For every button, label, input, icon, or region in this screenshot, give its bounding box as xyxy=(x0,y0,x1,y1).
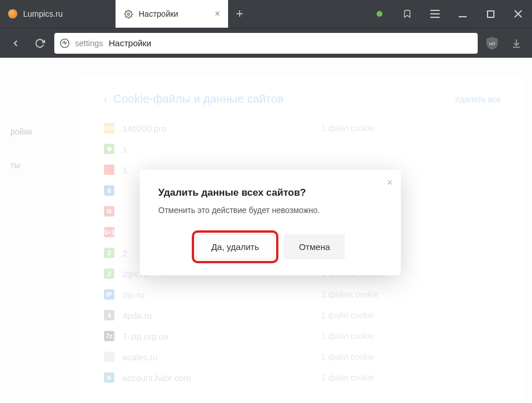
dialog-text: Отменить это действие будет невозможно. xyxy=(158,206,382,215)
window-controls xyxy=(366,0,532,28)
button-label: Да, удалить xyxy=(211,242,259,252)
site-row[interactable]: 44pda.ru1 файл cookie xyxy=(104,310,501,320)
site-cookie-count: 1 файл cookie xyxy=(321,373,374,382)
page-title: Cookie-файлы и данные сайтов xyxy=(113,92,284,106)
extension-indicator[interactable] xyxy=(366,0,393,28)
confirm-delete-button[interactable]: Да, удалить xyxy=(196,234,275,259)
site-favicon-icon xyxy=(104,352,114,362)
site-favicon-icon: 4 xyxy=(104,310,114,320)
gear-icon xyxy=(124,9,133,18)
site-cookie-count: 1 файл cookie xyxy=(321,311,374,320)
title-bar: Lumpics.ru Настройки × + xyxy=(0,0,532,28)
site-favicon-icon: AD xyxy=(104,123,114,133)
back-button[interactable] xyxy=(6,33,25,53)
address-path: Настройки xyxy=(109,38,151,48)
svg-rect-2 xyxy=(430,13,440,14)
site-favicon-icon: 1+1 xyxy=(104,227,114,237)
cancel-button[interactable]: Отмена xyxy=(284,234,345,259)
site-favicon-icon: 0 xyxy=(104,185,114,196)
site-name: 2ip.ru xyxy=(122,290,313,300)
site-name: 7-zip.org.ua xyxy=(122,331,313,341)
bookmark-icon[interactable] xyxy=(393,0,421,28)
minimize-button[interactable] xyxy=(449,0,477,28)
site-favicon-icon: IP xyxy=(104,289,114,300)
site-cookie-count: 1 файл cookie xyxy=(321,124,374,133)
site-favicon-icon: ✱ xyxy=(104,144,114,154)
confirm-delete-dialog: × Удалить данные всех сайтов? Отменить э… xyxy=(140,170,401,275)
tab-label: Настройки xyxy=(139,9,178,18)
menu-icon[interactable] xyxy=(421,0,449,28)
svg-rect-3 xyxy=(430,17,440,18)
reload-button[interactable] xyxy=(30,33,50,53)
address-bar[interactable]: settings Настройки xyxy=(54,33,478,54)
button-label: Отмена xyxy=(299,242,330,252)
close-tab-icon[interactable]: × xyxy=(215,9,220,18)
back-chevron-icon[interactable]: ‹ xyxy=(104,93,107,105)
svg-point-0 xyxy=(127,13,129,15)
site-row[interactable]: IP2ip.ru2 файла cookie xyxy=(104,289,501,300)
sidebar-item[interactable]: ройки xyxy=(0,122,75,141)
settings-sidebar: ройки ты xyxy=(0,76,75,403)
site-cookie-count: 2 файла cookie xyxy=(321,290,378,299)
site-row[interactable]: AD140200.pro1 файл cookie xyxy=(104,123,501,133)
adblock-icon[interactable]: uO xyxy=(482,33,502,53)
svg-rect-1 xyxy=(430,10,440,11)
downloads-icon[interactable] xyxy=(507,33,526,53)
close-dialog-icon[interactable]: × xyxy=(386,177,393,189)
toolbar: settings Настройки uO xyxy=(0,28,532,58)
site-name: 140200.pro xyxy=(122,124,313,133)
site-identity-icon xyxy=(60,39,69,48)
site-favicon-icon xyxy=(104,165,114,175)
site-favicon-icon: 2 xyxy=(104,268,114,279)
svg-text:uO: uO xyxy=(489,41,495,46)
delete-all-link[interactable]: Удалить все xyxy=(455,95,501,104)
tab-settings[interactable]: Настройки × xyxy=(116,0,228,28)
site-row[interactable]: ✱1 xyxy=(104,144,501,154)
favicon-icon xyxy=(8,9,17,18)
site-row[interactable]: acales.ru1 файл cookie xyxy=(104,352,501,362)
site-favicon-icon: N xyxy=(104,206,114,217)
site-favicon-icon: 2 xyxy=(104,248,114,258)
site-name: 4pda.ru xyxy=(122,311,313,320)
site-favicon-icon: 7z xyxy=(104,331,114,341)
svg-rect-4 xyxy=(459,16,467,17)
site-row[interactable]: haccount.habr.com1 файл cookie xyxy=(104,372,501,383)
site-name: account.habr.com xyxy=(122,373,313,383)
site-cookie-count: 1 файл cookie xyxy=(321,352,374,361)
tab-lumpics[interactable]: Lumpics.ru xyxy=(0,0,116,28)
site-favicon-icon: h xyxy=(104,372,114,383)
sidebar-item[interactable]: ты xyxy=(0,156,75,174)
site-cookie-count: 1 файл cookie xyxy=(321,331,374,341)
close-window-button[interactable] xyxy=(504,0,532,28)
site-name: 1 xyxy=(122,144,313,154)
svg-rect-5 xyxy=(488,11,494,17)
dialog-title: Удалить данные всех сайтов? xyxy=(158,187,382,199)
new-tab-button[interactable]: + xyxy=(228,0,251,28)
tab-label: Lumpics.ru xyxy=(23,9,62,18)
maximize-button[interactable] xyxy=(477,0,504,28)
site-name: acales.ru xyxy=(122,352,313,362)
site-row[interactable]: 7z7-zip.org.ua1 файл cookie xyxy=(104,331,501,341)
address-protocol: settings xyxy=(75,39,103,48)
